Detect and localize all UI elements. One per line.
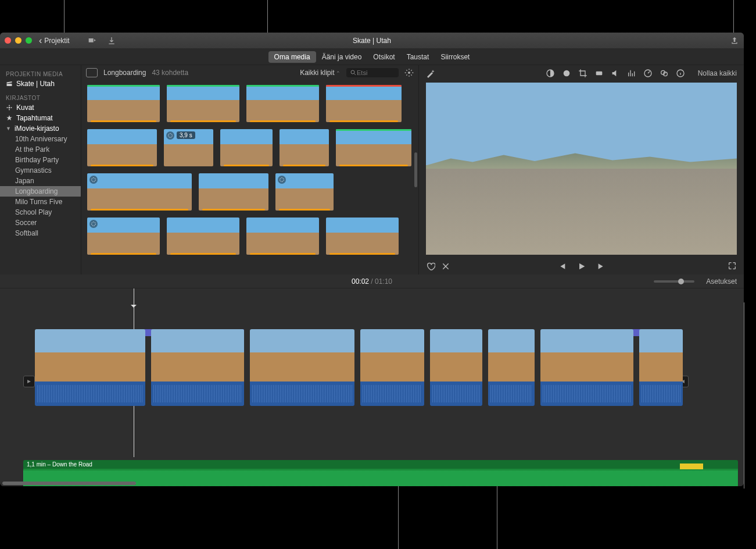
svg-point-7: [169, 134, 173, 138]
window-titlebar: Projektit Skate | Utah: [0, 33, 744, 49]
sidebar-event-milo-turns-five[interactable]: Milo Turns Five: [0, 197, 81, 207]
sidebar-event--th-anniversary[interactable]: 10th Anniversary: [0, 134, 81, 144]
svg-point-5: [351, 70, 354, 74]
svg-point-0: [9, 107, 10, 109]
svg-rect-13: [596, 72, 602, 76]
search-input[interactable]: [357, 69, 392, 76]
media-clip[interactable]: [326, 218, 399, 255]
transition-start-icon[interactable]: [23, 376, 35, 387]
sidebar-event-longboarding[interactable]: Longboarding: [0, 186, 81, 197]
stabilize-icon[interactable]: [594, 69, 604, 78]
sidebar-event-japan[interactable]: Japan: [0, 176, 81, 186]
sidebar-event-birthday-party[interactable]: Birthday Party: [0, 155, 81, 165]
tab-oma-media[interactable]: Oma media: [268, 51, 316, 63]
color-wheel-icon[interactable]: [562, 69, 571, 78]
search-icon: [350, 69, 357, 76]
import-media-icon[interactable]: [87, 36, 96, 45]
flower-icon: [6, 104, 13, 111]
media-clip[interactable]: [87, 129, 157, 166]
svg-point-6: [408, 72, 410, 74]
media-clip[interactable]: [87, 218, 160, 255]
zoom-window-button[interactable]: [26, 37, 32, 44]
preview-viewer: Nollaa kaikki: [418, 65, 744, 274]
tab-otsikot[interactable]: Otsikot: [367, 51, 400, 63]
media-clip[interactable]: [246, 85, 319, 122]
project-title: Skate | Utah: [353, 37, 391, 45]
favorite-icon[interactable]: [426, 262, 435, 271]
next-frame-icon[interactable]: [597, 262, 606, 271]
media-clip[interactable]: [167, 218, 239, 255]
tab--ni-ja-video[interactable]: Ääni ja video: [316, 51, 368, 63]
crop-icon[interactable]: [578, 69, 587, 78]
timeline-clip[interactable]: [430, 329, 482, 406]
svg-point-2: [9, 109, 10, 110]
reject-icon[interactable]: [441, 262, 450, 271]
download-icon[interactable]: [107, 36, 116, 45]
star-icon: [6, 115, 13, 122]
play-icon[interactable]: [577, 262, 586, 271]
back-to-projects-button[interactable]: Projektit: [39, 35, 70, 46]
sidebar-event-soccer[interactable]: Soccer: [0, 218, 81, 228]
project-media-header: PROJEKTIN MEDIA: [0, 69, 81, 79]
tab-taustat[interactable]: Taustat: [401, 51, 435, 63]
preview-frame[interactable]: [426, 83, 737, 255]
filter-icon[interactable]: [660, 69, 669, 78]
volume-icon[interactable]: [611, 69, 620, 78]
sidebar-event-at-the-park[interactable]: At the Park: [0, 144, 81, 155]
sidebar-library-root[interactable]: ▼ iMovie-kirjasto: [0, 123, 81, 134]
library-name-label: iMovie-kirjasto: [15, 124, 59, 133]
speed-icon[interactable]: [643, 69, 653, 78]
magic-wand-icon[interactable]: [426, 69, 435, 78]
minimize-window-button[interactable]: [15, 37, 22, 44]
media-clip[interactable]: [280, 129, 329, 166]
reset-all-button[interactable]: Nollaa kaikki: [698, 69, 737, 77]
media-clip[interactable]: [87, 85, 160, 122]
equalizer-icon[interactable]: [627, 69, 636, 78]
media-clip[interactable]: [220, 129, 273, 166]
sidebar-project[interactable]: Skate | Utah: [0, 79, 81, 89]
search-field[interactable]: [346, 68, 399, 77]
zoom-slider[interactable]: [654, 280, 694, 283]
tab-siirrokset[interactable]: Siirrokset: [435, 51, 475, 63]
media-clip[interactable]: [87, 173, 192, 211]
svg-point-12: [563, 70, 569, 77]
media-clip[interactable]: [336, 129, 411, 166]
timeline-clip[interactable]: [360, 329, 424, 406]
media-clip[interactable]: [246, 218, 319, 255]
close-window-button[interactable]: [5, 37, 11, 44]
color-balance-icon[interactable]: [546, 69, 555, 78]
timeline-scrollbar[interactable]: [2, 482, 136, 485]
timeline-clip[interactable]: [35, 329, 145, 406]
project-name-label: Skate | Utah: [16, 80, 55, 88]
analyzing-spinner-icon: [89, 220, 98, 228]
prev-frame-icon[interactable]: [557, 262, 567, 271]
browser-scrollbar[interactable]: [414, 152, 417, 187]
media-browser: Longboarding 43 kohdetta Kaikki klipit 3…: [81, 65, 418, 274]
timeline-settings-button[interactable]: Asetukset: [706, 277, 737, 286]
gear-icon[interactable]: [404, 68, 414, 77]
toggle-sidebar-icon[interactable]: [86, 68, 98, 77]
sidebar-event-gymnastics[interactable]: Gymnastics: [0, 165, 81, 176]
media-clip[interactable]: [326, 85, 402, 122]
svg-point-3: [7, 107, 8, 108]
media-clip[interactable]: [275, 173, 334, 211]
timeline-clip[interactable]: [250, 329, 354, 406]
sidebar-event-school-play[interactable]: School Play: [0, 207, 81, 218]
back-label: Projektit: [44, 37, 69, 45]
info-icon[interactable]: [676, 69, 685, 78]
media-clip[interactable]: [199, 173, 268, 211]
timeline-clip[interactable]: [488, 329, 535, 406]
sidebar-photos[interactable]: Kuvat: [0, 102, 81, 113]
media-clip[interactable]: [167, 85, 239, 122]
timeline-clip[interactable]: [151, 329, 244, 406]
sidebar-event-softball[interactable]: Softball: [0, 228, 81, 238]
sidebar-events[interactable]: Tapahtumat: [0, 113, 81, 123]
clip-filter-dropdown[interactable]: Kaikki klipit: [300, 69, 341, 77]
media-clip[interactable]: 3,9 s: [164, 129, 213, 166]
timeline-clip[interactable]: [639, 329, 683, 406]
timeline-clip[interactable]: [540, 329, 633, 406]
fullscreen-icon[interactable]: [728, 261, 737, 270]
share-icon[interactable]: [730, 36, 739, 45]
disclosure-triangle-icon[interactable]: ▼: [6, 126, 11, 131]
clip-duration-badge: 3,9 s: [177, 131, 195, 139]
